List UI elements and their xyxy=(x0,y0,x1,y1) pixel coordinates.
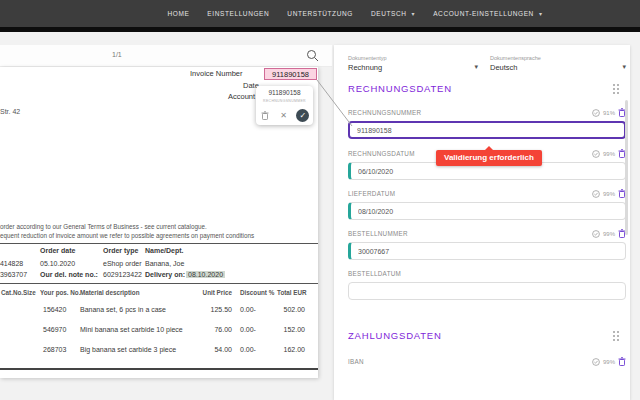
delivery-note-label: Our del. note no.: xyxy=(40,271,98,278)
check-circle-icon xyxy=(592,358,600,366)
order-number-input[interactable] xyxy=(348,242,626,260)
field-delivery-date: LIEFERDATUM 99% xyxy=(348,189,626,220)
divider xyxy=(0,283,318,284)
item-discount: 0.00- xyxy=(240,326,256,333)
clear-field-icon[interactable] xyxy=(618,357,626,366)
item-description: Mini banana set carbide 10 piece xyxy=(80,326,183,333)
extraction-panel: Dokumententyp Rechnung ▾ Dokumentensprac… xyxy=(334,45,630,400)
selection-value: 911890158 xyxy=(256,89,313,96)
document-type-select[interactable]: Dokumententyp Rechnung ▾ xyxy=(348,55,478,72)
delivery-note-value: 6029123422 xyxy=(103,271,142,278)
order-date-input[interactable] xyxy=(348,282,626,300)
selection-popup: 911890158 RECHNUNGSNUMMER ✕ ✓ xyxy=(256,86,313,125)
document-type-value: Rechnung xyxy=(348,63,478,72)
chevron-down-icon: ▾ xyxy=(622,63,626,71)
nav-home-label: HOME xyxy=(167,10,189,17)
items-header-total: Total EUR xyxy=(277,289,307,296)
chevron-down-icon: ▾ xyxy=(474,63,478,71)
confidence-badge: 99% xyxy=(592,357,626,366)
field-invoice-number: RECHNUNGSNUMMER 91% xyxy=(348,108,626,139)
order-date-header: Order date xyxy=(40,247,75,254)
navbar-divider xyxy=(0,27,640,32)
order-name-value: Banana, Joe xyxy=(145,260,184,267)
item-discount: 0.00- xyxy=(240,346,256,353)
field-label: RECHNUNGSNUMMER xyxy=(348,109,421,116)
field-label: RECHNUNGSDATUM xyxy=(348,150,415,157)
order-date-value: 05.10.2020 xyxy=(40,260,75,267)
item-unit-price: 125.50 xyxy=(195,306,232,313)
items-header-pos: Cat.No.Size xyxy=(1,289,36,296)
app-root: HOME EINSTELLUNGEN UNTERSTÜTZUNG DEUTSCH… xyxy=(0,0,640,400)
divider xyxy=(0,368,318,370)
field-label: LIEFERDATUM xyxy=(348,190,395,197)
selection-field-label: RECHNUNGSNUMMER xyxy=(256,99,313,103)
validation-tooltip: Validierung erforderlich xyxy=(436,150,542,166)
nav-home[interactable]: HOME xyxy=(167,10,189,17)
address-fragment: Str. 42 xyxy=(0,108,20,115)
nav-support[interactable]: UNTERSTÜTZUNG xyxy=(287,10,353,17)
items-header-unit: Unit Price xyxy=(195,289,232,296)
document-language-label: Dokumentensprache xyxy=(490,55,626,61)
nav-language-label: DEUTSCH xyxy=(371,10,407,17)
top-navbar: HOME EINSTELLUNGEN UNTERSTÜTZUNG DEUTSCH… xyxy=(0,0,640,27)
items-header-desc: Material description xyxy=(80,289,140,296)
confidence-badge: 99% xyxy=(592,149,626,158)
chevron-down-icon: ▾ xyxy=(412,10,416,17)
items-header-no: Your pos. No. xyxy=(40,289,80,296)
order-name-header: Name/Dept. xyxy=(145,247,184,254)
item-total: 152.00 xyxy=(277,326,305,333)
confidence-value: 99% xyxy=(603,359,615,365)
panel-scrollbar[interactable] xyxy=(625,100,628,235)
nav-settings-label: EINSTELLUNGEN xyxy=(207,10,269,17)
section-header-invoice-data: RECHNUNGSDATEN xyxy=(348,83,452,94)
document-language-select[interactable]: Dokumentensprache Deutsch ▾ xyxy=(490,55,626,72)
document-page[interactable]: Invoice Number 911890158 Date Account St… xyxy=(0,67,318,378)
nav-account-settings-menu[interactable]: ACCOUNT-EINSTELLUNGEN ▾ xyxy=(433,10,542,17)
field-iban: IBAN 99% xyxy=(348,357,626,366)
terms-line-2: equent reduction of invoice amount we re… xyxy=(0,232,254,239)
order-type-header: Order type xyxy=(103,247,138,254)
invoice-number-label: Invoice Number xyxy=(190,69,243,78)
check-circle-icon xyxy=(592,190,600,198)
confidence-badge: 91% xyxy=(592,108,626,117)
delivery-on-label: Delivery on: xyxy=(145,271,185,278)
delivery-date-highlight[interactable]: 08.10.2020 xyxy=(186,271,225,278)
check-circle-icon xyxy=(592,150,600,158)
field-order-number: BESTELLNUMMER 99% xyxy=(348,229,626,260)
search-icon[interactable] xyxy=(306,49,320,63)
item-number: 546970 xyxy=(43,326,66,333)
nav-language-menu[interactable]: DEUTSCH ▾ xyxy=(371,10,415,17)
invoice-account-label: Account xyxy=(228,92,255,101)
nav-support-label: UNTERSTÜTZUNG xyxy=(287,10,353,17)
confidence-value: 99% xyxy=(603,191,615,197)
field-order-date: BESTELLDATUM xyxy=(348,269,626,300)
check-circle-icon xyxy=(592,230,600,238)
invoice-number-input[interactable] xyxy=(348,121,626,139)
item-total: 502.00 xyxy=(277,306,305,313)
viewer-toolbar: 1/1 xyxy=(0,45,332,67)
confidence-value: 99% xyxy=(603,231,615,237)
delivery-date-input[interactable] xyxy=(348,202,626,220)
nav-settings[interactable]: EINSTELLUNGEN xyxy=(207,10,269,17)
item-unit-price: 54.00 xyxy=(195,346,232,353)
check-circle-icon xyxy=(592,109,600,117)
divider xyxy=(0,243,318,244)
section-header-payment-data: ZAHLUNGSDATEN xyxy=(348,330,442,341)
field-label: BESTELLNUMMER xyxy=(348,230,408,237)
drag-handle-icon[interactable] xyxy=(612,330,620,342)
customer-number: 43963707 xyxy=(0,271,27,278)
item-description: Banana set, 6 pcs in a case xyxy=(80,306,166,313)
drag-handle-icon[interactable] xyxy=(612,83,620,95)
document-type-label: Dokumententyp xyxy=(348,55,478,61)
trash-icon[interactable] xyxy=(260,110,271,121)
confidence-value: 91% xyxy=(603,110,615,116)
confirm-check-icon[interactable]: ✓ xyxy=(296,109,309,122)
item-total: 162.00 xyxy=(277,346,305,353)
confidence-badge: 99% xyxy=(592,189,626,198)
close-icon[interactable]: ✕ xyxy=(278,110,289,121)
item-number: 156420 xyxy=(43,306,66,313)
items-header-disc: Discount % xyxy=(240,289,274,296)
invoice-number-highlight[interactable]: 911890158 xyxy=(264,68,317,80)
page-indicator: 1/1 xyxy=(112,51,122,58)
field-label: IBAN xyxy=(348,358,364,365)
